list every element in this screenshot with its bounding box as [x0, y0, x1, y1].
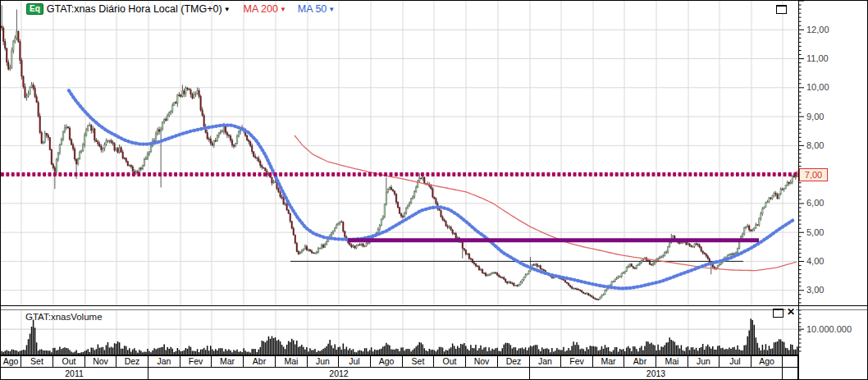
restore-window-icon[interactable]	[776, 5, 787, 14]
chevron-down-icon: ▼	[328, 6, 335, 13]
volume-restore-window-icon[interactable]	[773, 309, 783, 318]
x-axis-month-label: Dez	[498, 356, 530, 368]
ma200-label: MA 200	[244, 3, 278, 15]
x-axis-year-label: 2013	[530, 368, 783, 380]
axis-frame-line	[798, 1, 799, 380]
x-axis-month-label: Set	[403, 356, 434, 368]
price-axis-tick-label: 11,00	[806, 53, 829, 64]
x-axis-month-label: Ago	[371, 356, 403, 368]
panel-divider	[1, 305, 868, 306]
price-axis-tick-label: 9,00	[806, 112, 824, 122]
symbol-title: GTAT:xnas Diário Hora Local (TMG+0)	[47, 3, 222, 15]
volume-panel-title: GTAT:xnasVolume	[25, 312, 103, 322]
chevron-down-icon: ▼	[280, 6, 286, 13]
symbol-title-dropdown[interactable]: GTAT:xnas Diário Hora Local (TMG+0)▼	[47, 3, 231, 15]
x-axis-month-label: Jan	[148, 356, 180, 368]
x-axis-month-label: Out	[53, 356, 85, 368]
x-axis-month-label: Abr	[624, 356, 656, 368]
x-axis-month-label: Jun	[308, 356, 339, 368]
price-axis-tick-label: 5,00	[806, 227, 824, 238]
ma50-label: MA 50	[298, 3, 327, 15]
price-axis-tick-label: 12,00	[806, 25, 829, 35]
x-axis-month-label: Fev	[561, 356, 593, 368]
x-axis-month-label: Abr	[244, 356, 276, 368]
panel-divider-2[interactable]	[1, 309, 868, 310]
x-axis-month-label: Mai	[276, 356, 308, 368]
x-axis-month-label: Ago	[752, 356, 783, 368]
x-axis-month-label: Ago	[1, 356, 21, 368]
x-axis-month-label	[783, 356, 798, 368]
price-axis-tick-label: 10,00	[806, 82, 829, 93]
price-axis-tick-label: 8,00	[806, 140, 824, 151]
x-axis-month-label: Mar	[593, 356, 624, 368]
chart-header: Eq GTAT:xnas Diário Hora Local (TMG+0)▼ …	[26, 3, 335, 15]
x-axis-month-label: Jan	[530, 356, 561, 368]
chart-window: Eq GTAT:xnas Diário Hora Local (TMG+0)▼ …	[0, 0, 868, 380]
x-axis-month-label: Out	[434, 356, 466, 368]
last-price-tag: 7,00	[799, 168, 828, 181]
volume-close-icon[interactable]: ✕	[786, 308, 796, 317]
x-axis-month-label: Fev	[180, 356, 212, 368]
x-axis-month-label: Mai	[656, 356, 688, 368]
x-axis-month-label: Set	[21, 356, 53, 368]
ma200-selector[interactable]: MA 200▼	[244, 3, 286, 15]
price-axis-tick-label: 3,00	[806, 285, 824, 295]
x-axis-year-label: 2012	[148, 368, 530, 380]
chevron-down-icon: ▼	[224, 6, 231, 13]
x-axis-month-label: Jun	[688, 356, 720, 368]
x-axis-month-label: Nov	[466, 356, 498, 368]
x-axis-year-label	[783, 368, 798, 380]
x-axis-month-label: Jul	[339, 356, 371, 368]
x-axis-month-label: Dez	[116, 356, 148, 368]
price-axis-tick-label: 4,00	[806, 256, 824, 267]
ma50-selector[interactable]: MA 50▼	[298, 3, 335, 15]
x-axis-month-label: Nov	[85, 356, 116, 368]
x-axis-month-label: Mar	[212, 356, 244, 368]
equity-badge[interactable]: Eq	[26, 3, 43, 15]
price-axis-tick-label: 6,00	[806, 198, 824, 208]
volume-axis-label: 10.000.000	[806, 324, 852, 334]
price-chart-canvas[interactable]	[1, 1, 805, 355]
x-axis-month-label: Jul	[720, 356, 752, 368]
x-axis-year-label: 2011	[1, 368, 148, 380]
